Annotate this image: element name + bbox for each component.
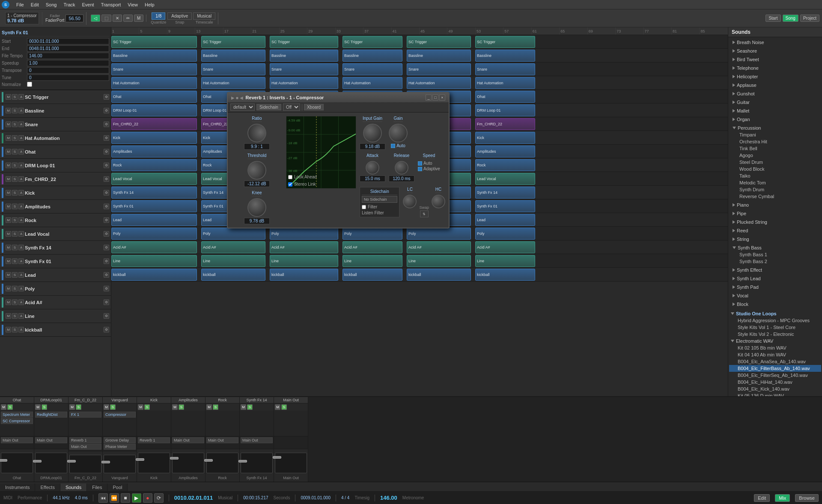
speedup-value[interactable]: 1.00: [27, 60, 109, 66]
off-select[interactable]: Off: [283, 104, 300, 111]
auto-btn[interactable]: A: [18, 204, 24, 209]
track-settings-btn[interactable]: ⚙: [104, 217, 109, 223]
fader-strip[interactable]: [138, 453, 170, 473]
sound-category-label[interactable]: Synth Lead: [731, 275, 819, 282]
time-sig[interactable]: 4 / 4: [341, 495, 349, 500]
clip[interactable]: Poly: [342, 228, 402, 240]
mute-btn[interactable]: M: [6, 94, 11, 100]
dialog-close[interactable]: ×: [439, 95, 445, 101]
solo-btn[interactable]: S: [12, 190, 18, 196]
sound-category-label[interactable]: Pipe: [731, 210, 819, 217]
track-settings-btn[interactable]: ⚙: [104, 108, 109, 113]
sound-item[interactable]: Synth Drum: [731, 186, 819, 193]
end-value[interactable]: 0048.01.01.000: [27, 45, 109, 52]
clip[interactable]: Bassline: [111, 50, 197, 62]
auto-btn[interactable]: A: [18, 286, 24, 291]
tab-sounds[interactable]: Sounds: [60, 483, 87, 491]
ch-mute-btn[interactable]: M: [206, 404, 212, 410]
send-slot[interactable]: Main Out: [69, 444, 101, 450]
clip[interactable]: Ohat: [475, 91, 535, 103]
ch-solo-btn[interactable]: S: [7, 404, 13, 410]
mute-btn[interactable]: M: [6, 245, 11, 250]
rewind-btn[interactable]: ⏪: [110, 493, 119, 503]
mute-btn[interactable]: M: [6, 149, 11, 154]
track-settings-btn[interactable]: ⚙: [104, 122, 109, 127]
track-settings-btn[interactable]: ⚙: [104, 327, 109, 332]
sidechain-btn[interactable]: Sidechain: [256, 104, 281, 110]
auto-btn[interactable]: A: [18, 313, 24, 319]
ch-mute-btn[interactable]: M: [172, 404, 178, 410]
menu-event[interactable]: Event: [79, 1, 98, 8]
solo-btn[interactable]: S: [12, 258, 18, 264]
ch-mute-btn[interactable]: M: [69, 404, 75, 410]
sound-item[interactable]: Reverse Cymbal: [731, 193, 819, 200]
mix-tab-btn[interactable]: Mix: [775, 494, 790, 502]
clip[interactable]: Acid A#: [407, 241, 471, 253]
play-btn[interactable]: ▶: [132, 493, 141, 503]
clip[interactable]: Ohat: [111, 91, 197, 103]
clip[interactable]: Lead Vocal: [475, 173, 535, 185]
clip[interactable]: Acid A#: [270, 241, 338, 253]
ch-solo-btn[interactable]: S: [179, 404, 184, 410]
mute-btn[interactable]: M: [6, 122, 11, 127]
clip[interactable]: Rock: [111, 159, 197, 171]
solo-btn[interactable]: S: [12, 149, 18, 154]
tempo-display[interactable]: 146.00: [380, 495, 397, 501]
browse-tab-btn[interactable]: Browse: [795, 494, 819, 502]
clip[interactable]: Poly: [407, 228, 471, 240]
send-slot[interactable]: Phase Meter: [104, 444, 136, 450]
ch-mute-btn[interactable]: M: [1, 404, 6, 410]
clip[interactable]: Fm_CHRD_22: [475, 118, 535, 130]
dialog-minimize[interactable]: _: [426, 95, 432, 101]
filter-checkbox[interactable]: [362, 205, 366, 209]
insert-slot[interactable]: Compressor: [104, 412, 136, 418]
hybrid-aggression[interactable]: Hybrid Aggression - MPC Grooves: [729, 317, 821, 324]
song-button[interactable]: Song: [783, 15, 798, 22]
stop-btn[interactable]: ■: [121, 493, 130, 503]
clip[interactable]: SC Trigger: [111, 36, 197, 48]
insert-slot[interactable]: SC Compressor: [1, 418, 33, 424]
hc-knob[interactable]: [432, 195, 445, 208]
auto-btn[interactable]: A: [18, 176, 24, 182]
clip[interactable]: Bassline: [475, 50, 535, 62]
clip[interactable]: SC Trigger: [407, 36, 471, 48]
clip[interactable]: Snare: [270, 63, 338, 75]
solo-btn[interactable]: S: [12, 204, 18, 209]
sound-item[interactable]: Wood Block: [731, 166, 819, 172]
menu-help[interactable]: Help: [141, 1, 158, 8]
clip[interactable]: Line: [270, 255, 338, 267]
paint-tool[interactable]: ✏: [123, 15, 133, 22]
clip[interactable]: SC Trigger: [270, 36, 338, 48]
send-slot[interactable]: Reverb 1: [138, 437, 170, 443]
mute-btn[interactable]: M: [6, 217, 11, 223]
sound-category-label[interactable]: Synth Pad: [731, 284, 819, 291]
track-settings-btn[interactable]: ⚙: [104, 163, 109, 168]
sound-file-item[interactable]: B004_Elc_HiHat_140.wav: [729, 379, 821, 385]
fader-strip[interactable]: [172, 453, 204, 473]
clip[interactable]: Snare: [475, 63, 535, 75]
insert-slot[interactable]: FX 1: [69, 412, 101, 418]
sound-file-item[interactable]: B004_Elc_Kick_140.wav: [729, 385, 821, 392]
send-slot[interactable]: Reverb 1: [69, 437, 101, 443]
preset-select[interactable]: default: [230, 104, 255, 111]
mute-btn[interactable]: M: [6, 286, 11, 291]
fader-strip[interactable]: [206, 453, 238, 473]
clip[interactable]: Line: [407, 255, 471, 267]
tune-value[interactable]: 0: [27, 74, 109, 81]
solo-btn[interactable]: S: [12, 108, 18, 113]
mute-btn[interactable]: M: [6, 327, 11, 332]
gain-knob[interactable]: [389, 124, 408, 142]
ch-mute-btn[interactable]: M: [275, 404, 280, 410]
auto-btn[interactable]: A: [18, 190, 24, 196]
clip[interactable]: Hat Automation: [475, 77, 535, 89]
auto-btn[interactable]: A: [18, 149, 24, 154]
fader-handle[interactable]: [33, 460, 42, 462]
sound-category-label[interactable]: Organ: [731, 116, 819, 123]
sound-category-label[interactable]: Telephone: [731, 65, 819, 71]
track-settings-btn[interactable]: ⚙: [104, 231, 109, 237]
mute-btn[interactable]: M: [6, 163, 11, 168]
solo-btn[interactable]: S: [12, 327, 18, 332]
sound-item[interactable]: Taiko: [731, 172, 819, 179]
mute-btn[interactable]: M: [6, 231, 11, 237]
track-settings-btn[interactable]: ⚙: [104, 135, 109, 141]
